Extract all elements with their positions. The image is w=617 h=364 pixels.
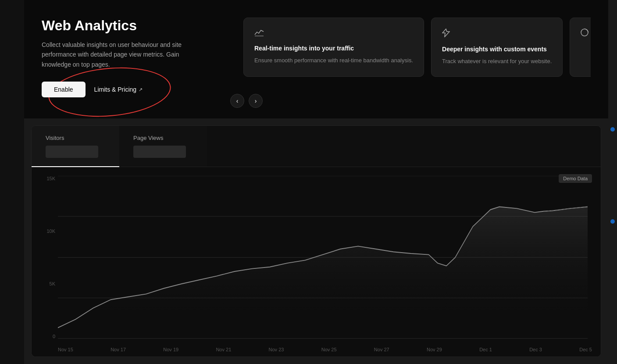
carousel-controls: ‹ › (230, 94, 263, 108)
partial-icon (581, 29, 591, 39)
visitors-tab-label: Visitors (46, 135, 105, 141)
y-label-0: 0 (53, 334, 55, 339)
enable-button[interactable]: Enable (42, 82, 86, 97)
realtime-icon (254, 29, 413, 39)
demo-data-badge: Demo Data (559, 174, 592, 183)
tab-visitors[interactable]: Visitors (32, 126, 119, 167)
hero-description: Collect valuable insights on user behavi… (42, 40, 208, 69)
x-label-dec5: Dec 5 (579, 347, 592, 352)
left-sidebar (0, 0, 24, 364)
main-content: Web Analytics Collect valuable insights … (24, 0, 608, 364)
pageviews-value-bar (133, 146, 186, 158)
x-label-nov19: Nov 19 (163, 347, 178, 352)
feature-card-realtime: Real-time insights into your traffic Ens… (243, 18, 424, 77)
x-label-nov25: Nov 25 (321, 347, 337, 352)
x-label-dec3: Dec 3 (529, 347, 542, 352)
x-axis-labels: Nov 15 Nov 17 Nov 19 Nov 21 Nov 23 Nov 2… (58, 347, 592, 352)
x-label-nov15: Nov 15 (58, 347, 73, 352)
hero-title: Web Analytics (42, 18, 226, 34)
line-chart (58, 176, 588, 339)
x-label-nov23: Nov 23 (269, 347, 284, 352)
hero-left: Web Analytics Collect valuable insights … (42, 18, 226, 97)
custom-events-card-desc: Track whatever is relevant for your webs… (442, 57, 552, 66)
hero-section: Web Analytics Collect valuable insights … (24, 0, 608, 118)
x-label-nov21: Nov 21 (216, 347, 231, 352)
x-label-dec1: Dec 1 (479, 347, 492, 352)
y-axis-labels: 15K 10K 5K 0 (37, 176, 55, 339)
analytics-section: Visitors Page Views Demo Data 15K 10K 5K… (31, 125, 601, 357)
custom-events-card-title: Deeper insights with custom events (442, 46, 552, 53)
y-label-5k: 5K (50, 281, 55, 286)
x-label-nov29: Nov 29 (427, 347, 442, 352)
dot-top (610, 127, 615, 132)
dot-bottom (610, 219, 615, 224)
right-dots (608, 0, 617, 364)
pageviews-tab-label: Page Views (133, 135, 193, 141)
hero-actions: Enable Limits & Pricing ↗ (42, 82, 226, 97)
limits-pricing-link[interactable]: Limits & Pricing ↗ (94, 86, 143, 93)
tab-pageviews[interactable]: Page Views (119, 126, 207, 167)
visitors-value-bar (46, 146, 98, 158)
x-label-nov17: Nov 17 (111, 347, 126, 352)
external-link-icon: ↗ (139, 87, 143, 93)
tab-spacer (207, 126, 601, 167)
feature-card-partial (570, 18, 591, 77)
carousel-next-button[interactable]: › (249, 94, 263, 108)
y-label-15k: 15K (46, 176, 55, 181)
feature-cards-container: Real-time insights into your traffic Ens… (243, 18, 591, 77)
carousel-prev-button[interactable]: ‹ (230, 94, 244, 108)
chart-container: Demo Data 15K 10K 5K 0 (32, 167, 601, 357)
y-label-10k: 10K (46, 228, 55, 234)
tabs-row: Visitors Page Views (32, 126, 601, 167)
feature-card-custom-events: Deeper insights with custom events Track… (431, 18, 563, 77)
realtime-card-desc: Ensure smooth performance with real-time… (254, 56, 413, 65)
realtime-card-title: Real-time insights into your traffic (254, 45, 413, 52)
custom-events-icon (442, 29, 552, 39)
x-label-nov27: Nov 27 (374, 347, 389, 352)
